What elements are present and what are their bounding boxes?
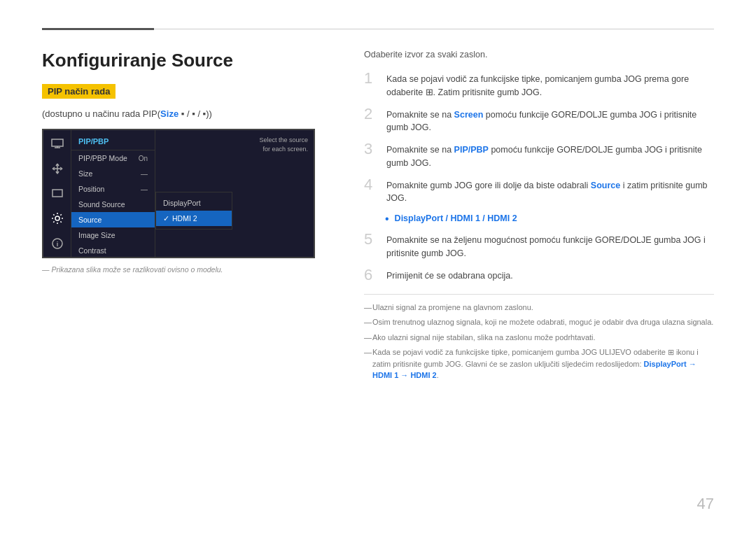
menu-item-contrast-label: Contrast — [78, 246, 106, 255]
bullet-dot: • — [385, 213, 389, 225]
sidebar-icon-square — [50, 186, 65, 202]
top-line-dark — [42, 28, 154, 30]
svg-text:i: i — [56, 241, 58, 248]
step-5: 5 Pomaknite se na željenu mogućnost pomo… — [364, 232, 714, 260]
menu-item-source[interactable]: Source — [71, 212, 155, 227]
page-container: Konfiguriranje Source PIP način rada (do… — [0, 0, 756, 534]
monitor-menu: PIP/PBP PIP/PBP Mode On Size — Position … — [71, 130, 155, 257]
menu-item-size-value: — — [141, 170, 148, 178]
step-2: 2 Pomaknite se na Screen pomoću funkcije… — [364, 106, 714, 135]
footer-note-4-link: DisplayPort → HDMI 1 → HDMI 2 — [372, 360, 696, 380]
sidebar-icon-info: i — [50, 236, 65, 251]
step-2-bold: Screen — [454, 110, 484, 120]
step-5-text: Pomaknite se na željenu mogućnost pomoću… — [386, 232, 714, 260]
footer-notes: Ulazni signal za promjene na glavnom zas… — [364, 294, 714, 381]
sidebar-icon-arrows — [50, 161, 65, 176]
menu-item-position[interactable]: Position — — [71, 181, 155, 197]
subtitle-size: Size — [160, 108, 178, 119]
menu-item-pipmode[interactable]: PIP/PBP Mode On — [71, 150, 155, 166]
footer-note-4: Kada se pojavi vodič za funkcijske tipke… — [364, 346, 714, 381]
step-4-bold: Source — [591, 181, 620, 190]
footer-note-2: Osim trenutnog ulaznog signala, koji ne … — [364, 316, 714, 328]
menu-item-soundsource[interactable]: Sound Source — [71, 197, 155, 212]
svg-rect-3 — [52, 190, 62, 197]
menu-item-size[interactable]: Size — — [71, 166, 155, 181]
monitor-mockup: i PIP/PBP PIP/PBP Mode On Size — Pos — [42, 129, 315, 258]
subtitle: (dostupno u načinu rada PIP(Size ▪ / ▪ /… — [42, 108, 336, 119]
menu-item-soundsource-label: Sound Source — [78, 200, 125, 209]
svg-point-4 — [55, 216, 59, 220]
main-content: Konfiguriranje Source PIP način rada (do… — [42, 50, 714, 385]
left-column: Konfiguriranje Source PIP način rada (do… — [42, 50, 336, 385]
submenu-hdmi2-label: HDMI 2 — [172, 214, 197, 223]
step-1-num: 1 — [364, 71, 378, 86]
step-4-num: 4 — [364, 177, 378, 192]
step-3-bold: PIP/PBP — [454, 145, 489, 155]
step-2-num: 2 — [364, 106, 378, 122]
menu-item-source-label: Source — [78, 216, 102, 224]
menu-item-position-label: Position — [78, 185, 104, 193]
intro-text: Odaberite izvor za svaki zaslon. — [364, 50, 714, 59]
checkmark-icon: ✓ — [163, 214, 169, 223]
step-2-text: Pomaknite se na Screen pomoću funkcije G… — [386, 106, 714, 135]
step-6: 6 Primijenit će se odabrana opcija. — [364, 267, 714, 283]
menu-item-pipmode-label: PIP/PBP Mode — [78, 154, 127, 162]
menu-item-imagesize-label: Image Size — [78, 231, 115, 239]
footer-note-1: Ulazni signal za promjene na glavnom zas… — [364, 302, 714, 314]
monitor-sidebar: i — [43, 130, 71, 257]
bullet-text: DisplayPort / HDMI 1 / HDMI 2 — [395, 213, 517, 223]
step-6-text: Primijenit će se odabrana opcija. — [386, 267, 513, 283]
sidebar-icon-gear — [50, 211, 65, 226]
step-4: 4 Pomaknite gumb JOG gore ili dolje da b… — [364, 177, 714, 206]
menu-item-imagesize[interactable]: Image Size — [71, 227, 155, 243]
subtitle-text: (dostupno u načinu rada PIP( — [42, 108, 160, 119]
step-1-text: Kada se pojavi vodič za funkcijske tipke… — [386, 71, 714, 99]
steps-list: 1 Kada se pojavi vodič za funkcijske tip… — [364, 71, 714, 205]
menu-item-position-value: — — [141, 185, 148, 193]
step-4-text: Pomaknite gumb JOG gore ili dolje da bis… — [386, 177, 714, 206]
page-title: Konfiguriranje Source — [42, 50, 336, 71]
steps-list-2: 5 Pomaknite se na željenu mogućnost pomo… — [364, 232, 714, 283]
submenu-item-hdmi2[interactable]: ✓ HDMI 2 — [156, 211, 232, 226]
step-3-num: 3 — [364, 141, 378, 157]
step-1: 1 Kada se pojavi vodič za funkcijske tip… — [364, 71, 714, 99]
top-line-light — [154, 29, 714, 29]
step-3-text: Pomaknite se na PIP/PBP pomoću funkcije … — [386, 141, 714, 170]
pip-badge: PIP način rada — [42, 84, 115, 99]
footer-note-3: Ako ulazni signal nije stabilan, slika n… — [364, 332, 714, 344]
menu-item-pipmode-value: On — [139, 155, 148, 162]
monitor-hint-text: Select the source for each screen. — [259, 136, 308, 153]
menu-item-size-label: Size — [78, 169, 92, 178]
menu-header: PIP/PBP — [71, 134, 155, 150]
step-5-num: 5 — [364, 232, 378, 247]
svg-rect-0 — [52, 139, 63, 146]
sidebar-icon-monitor — [50, 136, 65, 151]
bullet-point: • DisplayPort / HDMI 1 / HDMI 2 — [385, 213, 714, 225]
subtitle-icons: ▪ / ▪ / ▪)) — [178, 108, 212, 119]
top-decorative-lines — [42, 28, 714, 30]
monitor-submenu: DisplayPort ✓ HDMI 2 — [155, 192, 232, 230]
step-3: 3 Pomaknite se na PIP/PBP pomoću funkcij… — [364, 141, 714, 170]
submenu-item-displayport[interactable]: DisplayPort — [156, 195, 232, 211]
menu-item-contrast[interactable]: Contrast — [71, 243, 155, 258]
right-column: Odaberite izvor za svaki zaslon. 1 Kada … — [364, 50, 714, 385]
bottom-note: — Prikazana slika može se razlikovati ov… — [42, 265, 336, 274]
monitor-hint: Select the source for each screen. — [252, 136, 308, 153]
step-6-num: 6 — [364, 267, 378, 283]
page-number: 47 — [697, 495, 714, 513]
